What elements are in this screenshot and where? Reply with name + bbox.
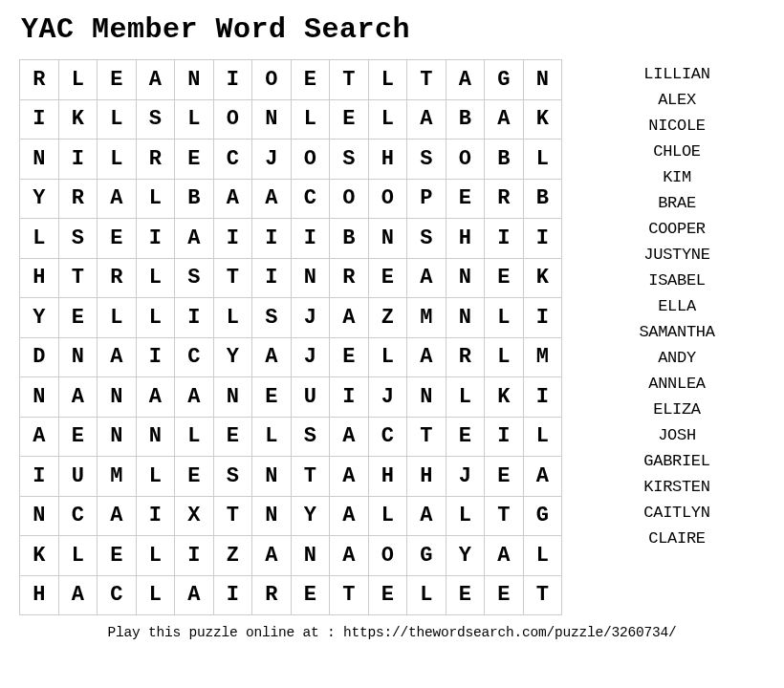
word-list-item: GABRIEL: [600, 448, 753, 474]
grid-cell: T: [407, 417, 446, 457]
grid-cell: T: [485, 496, 524, 536]
grid-cell: K: [485, 377, 524, 418]
page-title: YAC Member Word Search: [21, 13, 765, 46]
grid-cell: I: [175, 298, 214, 338]
grid-cell: A: [330, 457, 369, 497]
grid-cell: E: [252, 377, 292, 418]
grid-cell: N: [20, 496, 59, 536]
grid-cell: N: [523, 60, 562, 100]
grid-cell: C: [368, 417, 407, 457]
grid-cell: O: [252, 60, 292, 100]
grid-cell: H: [368, 457, 407, 497]
grid-cell: E: [175, 140, 214, 180]
grid-cell: L: [368, 99, 407, 140]
grid-cell: L: [485, 337, 524, 377]
grid-cell: N: [175, 60, 214, 100]
word-list-item: ANDY: [600, 345, 753, 371]
grid-cell: J: [446, 457, 485, 497]
grid-cell: K: [523, 99, 562, 140]
grid-cell: L: [175, 417, 214, 457]
grid-cell: C: [98, 575, 137, 615]
grid-cell: R: [485, 179, 524, 219]
grid-cell: L: [523, 417, 562, 457]
grid-cell: E: [485, 258, 524, 298]
grid-cell: B: [330, 219, 369, 259]
grid-cell: M: [98, 457, 137, 497]
grid-cell: J: [252, 140, 292, 180]
grid-cell: B: [485, 140, 524, 180]
grid-row: NILRECJOSHSOBL: [20, 140, 562, 180]
grid-cell: O: [368, 536, 407, 576]
grid-cell: L: [407, 575, 446, 615]
grid-cell: N: [446, 298, 485, 338]
grid-cell: G: [523, 496, 562, 536]
grid-cell: I: [485, 417, 524, 457]
grid-cell: R: [330, 258, 369, 298]
grid-cell: L: [98, 298, 137, 338]
grid-cell: N: [98, 377, 137, 418]
grid-cell: E: [175, 457, 214, 497]
grid-cell: E: [330, 337, 369, 377]
grid-cell: T: [213, 496, 252, 536]
grid-cell: E: [291, 575, 330, 615]
grid-row: YELLILSJAZMNLI: [20, 298, 562, 338]
grid-cell: A: [98, 179, 137, 219]
grid-cell: Z: [213, 536, 252, 576]
grid-cell: L: [136, 536, 175, 576]
grid-cell: L: [175, 99, 214, 140]
grid-cell: I: [136, 496, 175, 536]
grid-cell: A: [252, 536, 292, 576]
grid-cell: A: [98, 496, 137, 536]
grid-cell: I: [58, 140, 98, 180]
grid-cell: H: [20, 575, 59, 615]
grid-cell: X: [175, 496, 214, 536]
grid-cell: L: [20, 219, 59, 259]
grid-cell: A: [407, 496, 446, 536]
grid-cell: L: [136, 179, 175, 219]
grid-cell: S: [136, 99, 175, 140]
grid-cell: B: [523, 179, 562, 219]
grid-cell: D: [20, 337, 59, 377]
grid-cell: E: [446, 575, 485, 615]
word-list-item: BRAE: [600, 190, 753, 216]
grid-cell: I: [175, 536, 214, 576]
grid-cell: M: [523, 337, 562, 377]
grid-cell: K: [523, 258, 562, 298]
grid-row: NCAIXTNYALALTG: [20, 496, 562, 536]
word-list-item: CHLOE: [600, 139, 753, 164]
grid-cell: M: [407, 298, 446, 338]
grid-cell: O: [368, 179, 407, 219]
grid-row: IKLSLONLELABAK: [20, 99, 562, 140]
grid-cell: Y: [291, 496, 330, 536]
grid-cell: A: [175, 377, 214, 418]
grid-cell: H: [407, 457, 446, 497]
grid-row: KLELIZANAOGYAL: [20, 536, 562, 576]
grid-row: NANAANEUIJNLKI: [20, 377, 562, 418]
grid-cell: N: [136, 417, 175, 457]
grid-cell: N: [252, 496, 292, 536]
grid-cell: A: [485, 99, 524, 140]
grid-cell: A: [175, 219, 214, 259]
grid-row: YRALBAACOOPERB: [20, 179, 562, 219]
grid-cell: A: [330, 536, 369, 576]
grid-cell: I: [485, 219, 524, 259]
grid-cell: A: [330, 298, 369, 338]
grid-cell: A: [136, 60, 175, 100]
grid-row: HTRLSTINREANEK: [20, 258, 562, 298]
grid-cell: A: [330, 496, 369, 536]
grid-cell: C: [291, 179, 330, 219]
grid-cell: B: [446, 99, 485, 140]
grid-cell: L: [446, 496, 485, 536]
grid-cell: A: [20, 417, 59, 457]
grid-cell: R: [252, 575, 292, 615]
grid-cell: G: [407, 536, 446, 576]
grid-cell: I: [213, 575, 252, 615]
grid-cell: B: [175, 179, 214, 219]
grid-cell: I: [252, 258, 292, 298]
grid-cell: T: [523, 575, 562, 615]
grid-cell: T: [407, 60, 446, 100]
grid-cell: N: [20, 377, 59, 418]
grid-cell: O: [291, 140, 330, 180]
grid-cell: E: [291, 60, 330, 100]
grid-cell: E: [98, 60, 137, 100]
